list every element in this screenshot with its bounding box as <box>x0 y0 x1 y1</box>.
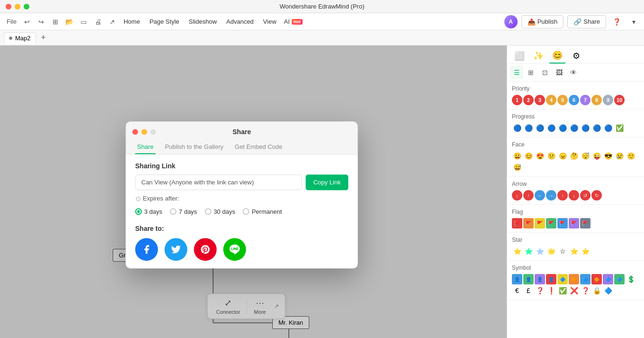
flag-red[interactable]: 🚩 <box>512 218 522 228</box>
share-button[interactable]: 🔗 Share <box>567 15 606 28</box>
sym-12[interactable]: € <box>512 285 522 296</box>
sym-3[interactable]: 👤 <box>535 274 545 284</box>
progress-0[interactable]: 🔵 <box>512 123 522 133</box>
flag-yellow[interactable]: 🚩 <box>535 218 545 228</box>
sym-20[interactable]: 🔷 <box>603 285 613 296</box>
arrow-up-red[interactable]: ↑ <box>523 190 534 201</box>
sym-6[interactable]: 🔶 <box>569 274 579 284</box>
face-love[interactable]: 😍 <box>535 151 545 161</box>
sym-19[interactable]: 🔒 <box>591 285 602 296</box>
user-avatar[interactable]: A <box>504 15 518 28</box>
star-2[interactable]: ⭐ <box>580 246 590 256</box>
face-sleep[interactable]: 😴 <box>580 151 590 161</box>
arrow-down-red[interactable]: ↓ <box>512 190 522 201</box>
priority-9[interactable]: 9 <box>603 95 613 105</box>
sym-8[interactable]: 🔶 <box>591 274 602 284</box>
progress-3[interactable]: 🔵 <box>546 123 556 133</box>
sym-1[interactable]: 👤 <box>512 274 522 284</box>
face-slight[interactable]: 🙂 <box>626 151 636 161</box>
flag-green[interactable]: 🚩 <box>546 218 556 228</box>
flag-orange[interactable]: 🚩 <box>523 218 534 228</box>
menu-file[interactable]: File <box>4 15 19 28</box>
radio-permanent[interactable]: Permanent <box>243 208 282 215</box>
dropdown-icon[interactable]: ▾ <box>627 15 640 28</box>
progress-1[interactable]: 🔵 <box>523 123 534 133</box>
sub-tab-list[interactable]: ☰ <box>510 66 523 79</box>
dialog-tab-gallery[interactable]: Publish to the Gallery <box>163 140 225 154</box>
arrow-right-red[interactable]: ↻ <box>591 190 602 201</box>
dialog-close-button[interactable] <box>133 129 138 135</box>
menu-view[interactable]: View <box>259 16 281 27</box>
menu-ai[interactable]: AI Hot <box>281 17 305 27</box>
sym-17[interactable]: ❌ <box>569 285 579 296</box>
redo-icon[interactable]: ↪ <box>35 15 48 28</box>
priority-7[interactable]: 7 <box>580 95 590 105</box>
panel-tab-settings[interactable]: ⚙ <box>568 48 585 64</box>
print-icon[interactable]: 🖨 <box>91 15 105 28</box>
priority-4[interactable]: 4 <box>546 95 556 105</box>
menu-advanced[interactable]: Advanced <box>222 16 259 27</box>
sym-14[interactable]: ❓ <box>535 285 545 296</box>
face-sweat[interactable]: 😅 <box>512 162 522 173</box>
arrow-down-red2[interactable]: ↓ <box>569 190 579 201</box>
progress-4[interactable]: 🔵 <box>557 123 568 133</box>
sym-10[interactable]: 🔷 <box>614 274 625 284</box>
face-wink[interactable]: 😜 <box>591 151 602 161</box>
progress-7[interactable]: 🔵 <box>591 123 602 133</box>
flag-blue[interactable]: 🚩 <box>557 218 568 228</box>
sym-4[interactable]: 👤 <box>546 274 556 284</box>
star-yellow[interactable]: 🌟 <box>546 246 556 256</box>
layout-icon[interactable]: ▭ <box>77 15 90 28</box>
sub-tab-eye[interactable]: 👁 <box>567 66 580 79</box>
priority-2[interactable]: 2 <box>523 95 534 105</box>
panel-tab-node[interactable]: ⬜ <box>511 48 528 64</box>
star-gray[interactable]: ☆ <box>557 246 568 256</box>
radio-7days[interactable]: 7 days <box>170 208 197 215</box>
star-orange[interactable]: ⭐ <box>512 246 522 256</box>
twitter-share-button[interactable] <box>165 238 188 261</box>
help-icon[interactable]: ❓ <box>610 15 623 28</box>
sym-2[interactable]: 👤 <box>523 274 534 284</box>
export-icon[interactable]: ↗ <box>106 15 119 28</box>
face-sad[interactable]: 😕 <box>546 151 556 161</box>
sym-9[interactable]: 🔷 <box>603 274 613 284</box>
maximize-button[interactable] <box>24 4 29 9</box>
star-blue[interactable]: ⭐ <box>535 246 545 256</box>
tab-add-button[interactable]: + <box>38 32 49 44</box>
pinterest-share-button[interactable] <box>194 238 217 261</box>
progress-complete[interactable]: ✅ <box>614 123 625 133</box>
face-cool[interactable]: 😎 <box>603 151 613 161</box>
arrow-right-blue[interactable]: → <box>546 190 556 201</box>
menu-slideshow[interactable]: Slideshow <box>184 16 222 27</box>
arrow-left-red[interactable]: ↺ <box>580 190 590 201</box>
radio-3days[interactable]: 3 days <box>135 208 162 215</box>
sym-11[interactable]: 💲 <box>626 274 636 284</box>
copy-link-button[interactable]: Copy Link <box>306 174 349 190</box>
priority-3[interactable]: 3 <box>535 95 545 105</box>
star-1[interactable]: ⭐ <box>569 246 579 256</box>
link-input[interactable] <box>135 174 302 190</box>
flag-purple[interactable]: 🚩 <box>569 218 579 228</box>
facebook-share-button[interactable] <box>135 238 158 261</box>
new-icon[interactable]: ⊞ <box>49 15 62 28</box>
priority-8[interactable]: 8 <box>591 95 602 105</box>
sym-13[interactable]: £ <box>523 285 534 296</box>
open-icon[interactable]: 📂 <box>63 15 76 28</box>
close-button[interactable] <box>6 4 11 9</box>
panel-tab-sparkle[interactable]: ✨ <box>530 48 547 64</box>
sym-18[interactable]: ❓ <box>580 285 590 296</box>
minimize-button[interactable] <box>15 4 20 9</box>
sub-tab-code[interactable]: ⊡ <box>538 66 552 79</box>
sym-15[interactable]: ❗ <box>546 285 556 296</box>
dialog-max-button[interactable] <box>151 129 156 135</box>
priority-5[interactable]: 5 <box>557 95 568 105</box>
face-think[interactable]: 🤔 <box>569 151 579 161</box>
panel-tab-emoji[interactable]: 😊 <box>549 48 566 64</box>
face-happy[interactable]: 😀 <box>512 151 522 161</box>
progress-5[interactable]: 🔵 <box>569 123 579 133</box>
progress-8[interactable]: 🔵 <box>603 123 613 133</box>
face-smile[interactable]: 😊 <box>523 151 534 161</box>
priority-1[interactable]: 1 <box>512 95 522 105</box>
canvas[interactable]: Graphics Team Mr. Kiran Mrs. Joey D ⤢ Co… <box>0 46 507 338</box>
progress-2[interactable]: 🔵 <box>535 123 545 133</box>
